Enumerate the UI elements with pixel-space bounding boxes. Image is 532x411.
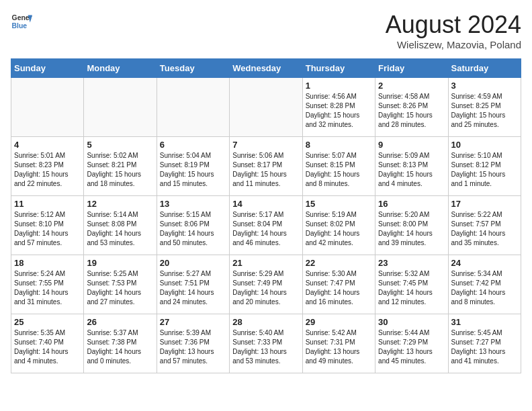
day-info: Sunrise: 5:42 AM Sunset: 7:31 PM Dayligh… [306, 328, 372, 366]
weekday-sunday: Sunday [11, 59, 84, 78]
day-number: 29 [306, 317, 372, 327]
day-number: 25 [14, 317, 81, 327]
day-info: Sunrise: 5:17 AM Sunset: 8:04 PM Dayligh… [232, 210, 299, 248]
day-number: 21 [232, 258, 299, 268]
day-number: 20 [160, 258, 226, 268]
calendar-cell: 29Sunrise: 5:42 AM Sunset: 7:31 PM Dayli… [302, 314, 375, 373]
location: Wieliszew, Mazovia, Poland [386, 39, 521, 50]
day-number: 11 [14, 199, 81, 209]
week-row-1: 4Sunrise: 5:01 AM Sunset: 8:23 PM Daylig… [11, 137, 521, 196]
weekday-thursday: Thursday [302, 59, 375, 78]
day-number: 8 [306, 140, 372, 150]
calendar-cell: 28Sunrise: 5:40 AM Sunset: 7:33 PM Dayli… [230, 314, 302, 373]
day-info: Sunrise: 5:22 AM Sunset: 7:57 PM Dayligh… [451, 210, 518, 248]
day-info: Sunrise: 5:34 AM Sunset: 7:42 PM Dayligh… [451, 269, 518, 307]
day-info: Sunrise: 4:59 AM Sunset: 8:25 PM Dayligh… [451, 92, 518, 130]
day-number: 23 [378, 258, 445, 268]
day-info: Sunrise: 5:07 AM Sunset: 8:15 PM Dayligh… [306, 151, 372, 189]
calendar-cell: 4Sunrise: 5:01 AM Sunset: 8:23 PM Daylig… [11, 137, 84, 196]
day-number: 5 [87, 140, 153, 150]
calendar-cell: 30Sunrise: 5:44 AM Sunset: 7:29 PM Dayli… [375, 314, 448, 373]
weekday-friday: Friday [375, 59, 448, 78]
day-number: 22 [306, 258, 372, 268]
day-info: Sunrise: 5:04 AM Sunset: 8:19 PM Dayligh… [160, 151, 226, 189]
day-number: 16 [378, 199, 445, 209]
day-number: 14 [232, 199, 299, 209]
day-number: 28 [232, 317, 299, 327]
calendar-cell: 12Sunrise: 5:14 AM Sunset: 8:08 PM Dayli… [84, 196, 157, 255]
day-number: 7 [232, 140, 299, 150]
day-info: Sunrise: 5:35 AM Sunset: 7:40 PM Dayligh… [14, 328, 81, 366]
day-info: Sunrise: 5:44 AM Sunset: 7:29 PM Dayligh… [378, 328, 445, 366]
day-info: Sunrise: 5:25 AM Sunset: 7:53 PM Dayligh… [87, 269, 153, 307]
weekday-header-row: SundayMondayTuesdayWednesdayThursdayFrid… [11, 59, 521, 78]
day-number: 10 [451, 140, 518, 150]
day-number: 1 [306, 81, 372, 91]
day-number: 12 [87, 199, 153, 209]
calendar-cell: 9Sunrise: 5:09 AM Sunset: 8:13 PM Daylig… [375, 137, 448, 196]
calendar-cell [230, 78, 302, 137]
week-row-3: 18Sunrise: 5:24 AM Sunset: 7:55 PM Dayli… [11, 255, 521, 314]
calendar-cell: 6Sunrise: 5:04 AM Sunset: 8:19 PM Daylig… [157, 137, 229, 196]
day-number: 4 [14, 140, 81, 150]
calendar-cell: 20Sunrise: 5:27 AM Sunset: 7:51 PM Dayli… [157, 255, 229, 314]
day-info: Sunrise: 5:01 AM Sunset: 8:23 PM Dayligh… [14, 151, 81, 189]
calendar-cell: 21Sunrise: 5:29 AM Sunset: 7:49 PM Dayli… [230, 255, 302, 314]
day-number: 30 [378, 317, 445, 327]
day-number: 15 [306, 199, 372, 209]
day-info: Sunrise: 5:19 AM Sunset: 8:02 PM Dayligh… [306, 210, 372, 248]
calendar-cell: 10Sunrise: 5:10 AM Sunset: 8:12 PM Dayli… [448, 137, 521, 196]
calendar-cell: 11Sunrise: 5:12 AM Sunset: 8:10 PM Dayli… [11, 196, 84, 255]
calendar-cell: 14Sunrise: 5:17 AM Sunset: 8:04 PM Dayli… [230, 196, 302, 255]
day-info: Sunrise: 5:24 AM Sunset: 7:55 PM Dayligh… [14, 269, 81, 307]
page-header: General Blue August 2024 Wieliszew, Mazo… [11, 11, 521, 50]
day-number: 13 [160, 199, 226, 209]
calendar-cell: 16Sunrise: 5:20 AM Sunset: 8:00 PM Dayli… [375, 196, 448, 255]
day-number: 2 [378, 81, 445, 91]
calendar-cell: 27Sunrise: 5:39 AM Sunset: 7:36 PM Dayli… [157, 314, 229, 373]
calendar-cell: 24Sunrise: 5:34 AM Sunset: 7:42 PM Dayli… [448, 255, 521, 314]
day-info: Sunrise: 4:58 AM Sunset: 8:26 PM Dayligh… [378, 92, 445, 130]
calendar-cell: 5Sunrise: 5:02 AM Sunset: 8:21 PM Daylig… [84, 137, 157, 196]
calendar-cell: 15Sunrise: 5:19 AM Sunset: 8:02 PM Dayli… [302, 196, 375, 255]
calendar-cell: 26Sunrise: 5:37 AM Sunset: 7:38 PM Dayli… [84, 314, 157, 373]
calendar-cell [11, 78, 84, 137]
calendar-cell: 18Sunrise: 5:24 AM Sunset: 7:55 PM Dayli… [11, 255, 84, 314]
day-info: Sunrise: 5:10 AM Sunset: 8:12 PM Dayligh… [451, 151, 518, 189]
day-number: 18 [14, 258, 81, 268]
day-number: 27 [160, 317, 226, 327]
calendar-cell: 23Sunrise: 5:32 AM Sunset: 7:45 PM Dayli… [375, 255, 448, 314]
day-info: Sunrise: 5:14 AM Sunset: 8:08 PM Dayligh… [87, 210, 153, 248]
day-number: 3 [451, 81, 518, 91]
month-title: August 2024 [386, 11, 521, 39]
day-number: 6 [160, 140, 226, 150]
day-number: 19 [87, 258, 153, 268]
weekday-wednesday: Wednesday [230, 59, 302, 78]
calendar-cell: 19Sunrise: 5:25 AM Sunset: 7:53 PM Dayli… [84, 255, 157, 314]
week-row-0: 1Sunrise: 4:56 AM Sunset: 8:28 PM Daylig… [11, 78, 521, 137]
day-number: 31 [451, 317, 518, 327]
calendar-cell: 2Sunrise: 4:58 AM Sunset: 8:26 PM Daylig… [375, 78, 448, 137]
logo: General Blue [11, 11, 32, 32]
weekday-monday: Monday [84, 59, 157, 78]
day-info: Sunrise: 5:30 AM Sunset: 7:47 PM Dayligh… [306, 269, 372, 307]
day-info: Sunrise: 5:02 AM Sunset: 8:21 PM Dayligh… [87, 151, 153, 189]
day-number: 17 [451, 199, 518, 209]
calendar-cell [84, 78, 157, 137]
day-info: Sunrise: 5:37 AM Sunset: 7:38 PM Dayligh… [87, 328, 153, 366]
calendar-cell: 1Sunrise: 4:56 AM Sunset: 8:28 PM Daylig… [302, 78, 375, 137]
calendar-cell: 17Sunrise: 5:22 AM Sunset: 7:57 PM Dayli… [448, 196, 521, 255]
calendar-cell: 31Sunrise: 5:45 AM Sunset: 7:27 PM Dayli… [448, 314, 521, 373]
calendar-cell [157, 78, 229, 137]
day-info: Sunrise: 5:15 AM Sunset: 8:06 PM Dayligh… [160, 210, 226, 248]
calendar-cell: 7Sunrise: 5:06 AM Sunset: 8:17 PM Daylig… [230, 137, 302, 196]
calendar-cell: 3Sunrise: 4:59 AM Sunset: 8:25 PM Daylig… [448, 78, 521, 137]
day-info: Sunrise: 5:20 AM Sunset: 8:00 PM Dayligh… [378, 210, 445, 248]
title-block: August 2024 Wieliszew, Mazovia, Poland [386, 11, 521, 50]
day-number: 9 [378, 140, 445, 150]
day-info: Sunrise: 5:27 AM Sunset: 7:51 PM Dayligh… [160, 269, 226, 307]
weekday-saturday: Saturday [448, 59, 521, 78]
svg-text:Blue: Blue [12, 22, 28, 30]
week-row-4: 25Sunrise: 5:35 AM Sunset: 7:40 PM Dayli… [11, 314, 521, 373]
day-info: Sunrise: 5:06 AM Sunset: 8:17 PM Dayligh… [232, 151, 299, 189]
